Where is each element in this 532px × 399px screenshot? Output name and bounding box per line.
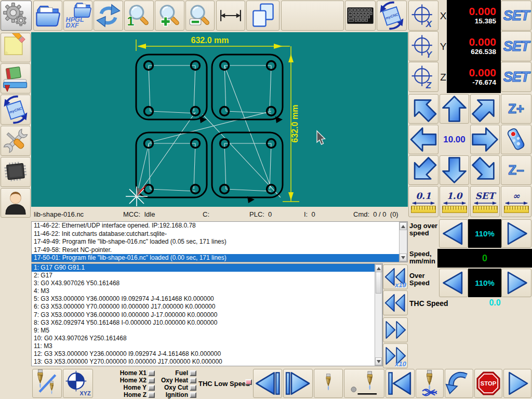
jog-over-speed-display: 110% (468, 219, 501, 248)
toolpath-canvas[interactable]: 632.0 mm 632.0 mm (31, 32, 408, 207)
svg-text:X: X (425, 19, 433, 29)
jog-down-left-button[interactable] (408, 155, 438, 185)
zoom-in-icon (155, 1, 184, 30)
zoom-in-button[interactable] (155, 1, 184, 31)
jog-down-right-button[interactable] (470, 155, 500, 185)
simulation-view-button[interactable]: myCNC (1, 95, 31, 125)
set-x-button[interactable]: SET (501, 1, 531, 31)
gcode-line[interactable]: 6: G3 X53.000000 Y70.000000 I0.000000 J1… (32, 303, 375, 311)
zero-y-button[interactable]: Y (408, 31, 438, 61)
windows-button[interactable] (246, 1, 280, 31)
gcode-line[interactable]: 3: G0 X43.907026 Y50.161468 (32, 280, 375, 287)
gcode-line[interactable]: 12: G3 X53.000000 Y236.000000 I9.092974 … (32, 350, 375, 358)
jog-over-speed-up-button[interactable] (501, 219, 531, 248)
reload-program-button[interactable] (94, 1, 123, 31)
log-line[interactable]: 11-46-22: Ethernet/UDP interface opened.… (32, 222, 399, 230)
axis-x-secondary: 15.385 (475, 17, 496, 25)
step-back-button[interactable] (383, 290, 408, 315)
torch-preview-button[interactable] (314, 369, 343, 398)
gcode-line[interactable]: 9: M5 (32, 327, 375, 335)
gcode-line[interactable]: 10: G0 X43.907026 Y250.161468 (32, 335, 375, 342)
home-y-indicator[interactable]: Home Y (103, 384, 155, 391)
library-button[interactable] (1, 63, 31, 94)
undo-arrow-icon (445, 369, 473, 397)
run-backward-button[interactable] (253, 369, 282, 398)
gcode-line[interactable]: 4: M3 (32, 287, 375, 295)
start-button[interactable] (503, 369, 531, 398)
gcode-line[interactable]: 2: G17 (32, 272, 375, 280)
set-y-button[interactable]: SET (501, 31, 531, 61)
jog-step-set-button[interactable]: SET (470, 186, 500, 217)
log-line[interactable]: 11-46-22: Init cutcharts database:cutcha… (32, 230, 399, 238)
jog-up-left-button[interactable] (408, 94, 438, 124)
scrollbar-thumb[interactable] (376, 272, 381, 294)
home-x2-indicator[interactable]: Home X2 (103, 377, 155, 384)
open-file-button[interactable] (33, 1, 62, 31)
jog-step-infinite-button[interactable]: ∞ (501, 186, 531, 217)
gcode-line[interactable]: 11: M3 (32, 342, 375, 350)
speed-value: 0 (482, 253, 487, 264)
home-x1-indicator[interactable]: Home X1 (103, 369, 155, 377)
measure-button[interactable] (216, 1, 245, 31)
goto-program-start-button[interactable] (385, 369, 415, 398)
gcode-line[interactable]: 8: G3 X62.092974 Y50.161468 I-0.000000 J… (32, 319, 375, 327)
log-line[interactable]: 17-49-49: Program file "lib-shape-016.nc… (32, 238, 399, 246)
zero-z-button[interactable]: Z (408, 62, 438, 92)
return-back-button[interactable] (445, 369, 473, 398)
gcode-line[interactable]: 5: G3 X53.000000 Y36.000000 I9.092974 J-… (32, 295, 375, 303)
fuel-indicator[interactable]: Fuel (152, 369, 196, 377)
step-forward-x10-button[interactable]: x10 (383, 343, 408, 368)
step-0-1-label: 0.1 (416, 192, 431, 201)
goto-xyz-zero-button[interactable]: XYZ (63, 369, 93, 398)
arrow-span-icon (473, 201, 498, 206)
log-line-selected[interactable]: 17-50-01: Program file "lib-shape-016.nc… (32, 254, 399, 262)
over-speed-down-button[interactable] (439, 269, 468, 297)
over-speed-up-button[interactable] (501, 269, 531, 297)
gcode-line[interactable]: 13: G3 X53.000000 Y270.000000 I0.000000 … (32, 358, 375, 366)
oxy-heat-indicator[interactable]: Oxy Heat (152, 377, 196, 384)
hardware-config-button[interactable] (1, 157, 31, 187)
probe-surface-button[interactable] (344, 369, 384, 398)
home-z-indicator[interactable]: Home Z (103, 391, 155, 398)
gcode-line[interactable]: 7: G3 X53.000000 Y36.000000 I0.000000 J-… (32, 311, 375, 319)
toolbar-spacer-button[interactable] (281, 1, 344, 31)
step-infinite-label: ∞ (512, 192, 520, 201)
ignition-indicator[interactable]: Ignition (152, 391, 196, 398)
run-forward-button[interactable] (283, 369, 313, 398)
keyboard-icon (345, 1, 375, 30)
zero-x-button[interactable]: X (408, 1, 438, 31)
settings-tools-button[interactable] (1, 126, 31, 156)
jog-z-minus-button[interactable]: Z– (501, 155, 531, 185)
step-back-x10-button[interactable]: x10 (383, 264, 408, 289)
scroll-down-button[interactable] (400, 254, 407, 261)
log-scrollbar[interactable] (399, 222, 407, 262)
step-forward-button[interactable] (383, 317, 408, 342)
log-line[interactable]: 17-49-58: Reset NC-pointer. (32, 246, 399, 255)
user-profile-button[interactable] (1, 188, 31, 218)
set-z-button[interactable]: SET (501, 62, 531, 92)
remote-pendant-button[interactable] (501, 125, 531, 154)
scroll-up-button[interactable] (375, 264, 382, 272)
zoom-out-button[interactable] (185, 1, 215, 31)
jog-z-plus-button[interactable]: Z+ (501, 94, 531, 124)
stop-button[interactable]: STOP (474, 369, 502, 398)
rotate-view-button[interactable]: myCNC (377, 1, 407, 31)
import-hpgl-dxf-button[interactable]: HPGL DXF (63, 1, 92, 31)
scroll-down-button[interactable] (375, 357, 382, 365)
folder-open-icon (34, 1, 62, 30)
jog-step-1-0-button[interactable]: 1.0 (440, 186, 469, 217)
scroll-up-button[interactable] (400, 222, 407, 230)
jog-over-speed-down-button[interactable] (439, 219, 468, 248)
jog-up-right-button[interactable] (470, 94, 500, 124)
pierce-test-button[interactable] (416, 369, 444, 398)
gcode-line-selected[interactable]: 1: G17 G90 G91.1 (32, 264, 375, 272)
virtual-keyboard-button[interactable] (345, 1, 376, 31)
jog-step-0-1-button[interactable]: 0.1 (408, 186, 438, 217)
settings-button[interactable] (1, 1, 32, 31)
gcode-scrollbar[interactable] (375, 264, 382, 366)
oxy-cut-indicator[interactable]: Oxy Cut (152, 384, 196, 391)
torch-line-icon (33, 369, 61, 397)
zoom-fit-button[interactable]: 1 (124, 1, 154, 31)
torch-setup-button[interactable] (32, 369, 62, 398)
edit-program-button[interactable] (1, 33, 31, 62)
